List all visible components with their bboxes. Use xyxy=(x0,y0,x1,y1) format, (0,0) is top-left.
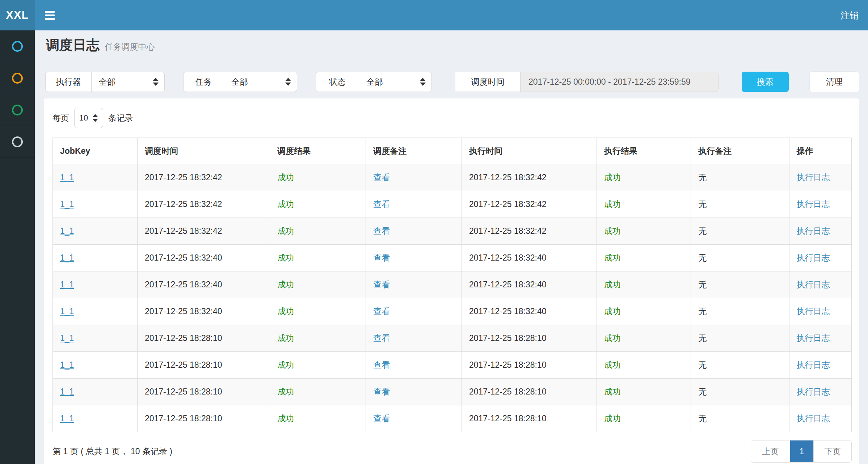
jobkey-link[interactable]: 1_1 xyxy=(60,414,74,423)
exec-result-cell-td: 成功 xyxy=(597,271,691,298)
page-subtitle: 任务调度中心 xyxy=(105,42,155,51)
executor-select[interactable]: 全部 xyxy=(91,72,165,92)
dispatch-time-cell: 2017-12-25 18:28:10 xyxy=(145,360,222,370)
jobkey-link-td: 1_1 xyxy=(53,164,138,191)
job-filter-group: 任务 全部 xyxy=(183,72,297,92)
dispatch-result-cell: 成功 xyxy=(277,360,294,370)
jobkey-link[interactable]: 1_1 xyxy=(60,253,74,262)
exec-remark-cell: 无 xyxy=(698,253,707,262)
exec-result-cell: 成功 xyxy=(604,360,621,370)
dispatch-result-cell: 成功 xyxy=(277,173,294,182)
jobkey-link[interactable]: 1_1 xyxy=(60,333,74,343)
dispatch-time-cell-td: 2017-12-25 18:28:10 xyxy=(137,379,270,405)
table-row: 1_12017-12-25 18:32:42成功查看2017-12-25 18:… xyxy=(53,218,852,245)
dispatch-time-cell: 2017-12-25 18:28:10 xyxy=(145,414,222,423)
exec-log-link[interactable]: 执行日志 xyxy=(797,414,830,423)
exec-log-link[interactable]: 执行日志 xyxy=(797,199,830,209)
dispatch-time-cell-td: 2017-12-25 18:28:10 xyxy=(137,325,270,352)
executor-filter-label: 执行器 xyxy=(45,72,91,92)
dispatch-time-cell-td: 2017-12-25 18:32:42 xyxy=(137,218,270,245)
dispatch-time-cell: 2017-12-25 18:32:42 xyxy=(145,173,222,182)
view-remark-link[interactable]: 查看 xyxy=(373,414,390,423)
next-page-button[interactable]: 下页 xyxy=(813,440,851,462)
jobkey-link[interactable]: 1_1 xyxy=(60,280,74,289)
jobkey-link[interactable]: 1_1 xyxy=(60,360,74,370)
exec-remark-cell-td: 无 xyxy=(691,245,789,271)
status-filter-group: 状态 全部 xyxy=(316,72,432,92)
view-remark-link-td: 查看 xyxy=(366,379,462,405)
view-remark-link[interactable]: 查看 xyxy=(373,199,390,209)
dispatch-time-cell: 2017-12-25 18:32:42 xyxy=(145,199,222,209)
dispatch-result-cell-td: 成功 xyxy=(270,405,366,432)
sidebar-menu-item-4[interactable] xyxy=(0,126,35,158)
clear-button[interactable]: 清理 xyxy=(810,72,859,92)
brand-logo[interactable]: XXL xyxy=(0,0,35,30)
current-page-button[interactable]: 1 xyxy=(790,440,813,462)
dispatch-time-cell-td: 2017-12-25 18:32:42 xyxy=(137,191,270,218)
sidebar-menu-item-2[interactable] xyxy=(0,62,35,94)
exec-log-link[interactable]: 执行日志 xyxy=(797,226,830,236)
exec-result-cell: 成功 xyxy=(604,226,621,236)
dispatch-result-cell: 成功 xyxy=(277,199,294,209)
sidebar-toggle-button[interactable] xyxy=(45,11,55,20)
exec-log-link[interactable]: 执行日志 xyxy=(797,333,830,343)
exec-time-cell-td: 2017-12-25 18:28:10 xyxy=(462,325,597,352)
logout-link[interactable]: 注销 xyxy=(840,9,859,21)
jobkey-link-td: 1_1 xyxy=(53,325,138,352)
exec-time-cell-td: 2017-12-25 18:28:10 xyxy=(462,352,597,379)
jobkey-link[interactable]: 1_1 xyxy=(60,307,74,316)
exec-time-cell-td: 2017-12-25 18:32:40 xyxy=(462,245,597,271)
job-filter-label: 任务 xyxy=(183,72,224,92)
jobkey-link-td: 1_1 xyxy=(53,352,138,379)
dispatch-time-cell-td: 2017-12-25 18:32:40 xyxy=(137,298,270,325)
jobkey-link[interactable]: 1_1 xyxy=(60,226,74,236)
table-row: 1_12017-12-25 18:32:40成功查看2017-12-25 18:… xyxy=(53,271,852,298)
column-header: JobKey xyxy=(53,138,138,164)
jobkey-link[interactable]: 1_1 xyxy=(60,173,74,182)
view-remark-link[interactable]: 查看 xyxy=(373,226,390,236)
exec-log-link[interactable]: 执行日志 xyxy=(797,387,830,396)
exec-log-link[interactable]: 执行日志 xyxy=(797,173,830,182)
exec-result-cell: 成功 xyxy=(604,333,621,343)
dispatch-result-cell-td: 成功 xyxy=(270,325,366,352)
view-remark-link[interactable]: 查看 xyxy=(373,360,390,370)
jobkey-link-td: 1_1 xyxy=(53,191,138,218)
dispatch-result-cell-td: 成功 xyxy=(270,271,366,298)
exec-log-link[interactable]: 执行日志 xyxy=(797,360,830,370)
dispatch-time-cell-td: 2017-12-25 18:32:40 xyxy=(137,271,270,298)
view-remark-link[interactable]: 查看 xyxy=(373,173,390,182)
view-remark-link-td: 查看 xyxy=(366,325,462,352)
page-size-control: 每页 10 条记录 xyxy=(52,108,852,128)
dispatch-time-range-input[interactable]: 2017-12-25 00:00:00 - 2017-12-25 23:59:5… xyxy=(520,72,719,92)
jobkey-link[interactable]: 1_1 xyxy=(60,387,74,396)
view-remark-link[interactable]: 查看 xyxy=(373,253,390,262)
view-remark-link[interactable]: 查看 xyxy=(373,333,390,343)
prev-page-button[interactable]: 上页 xyxy=(751,440,790,462)
jobkey-link[interactable]: 1_1 xyxy=(60,199,74,209)
exec-time-cell: 2017-12-25 18:32:40 xyxy=(469,253,547,262)
table-row: 1_12017-12-25 18:32:42成功查看2017-12-25 18:… xyxy=(53,164,852,191)
exec-time-cell-td: 2017-12-25 18:32:42 xyxy=(462,164,597,191)
exec-remark-cell: 无 xyxy=(698,226,707,236)
search-button[interactable]: 搜索 xyxy=(742,72,789,92)
job-select[interactable]: 全部 xyxy=(224,72,297,92)
view-remark-link[interactable]: 查看 xyxy=(373,387,390,396)
exec-log-link[interactable]: 执行日志 xyxy=(797,307,830,316)
view-remark-link[interactable]: 查看 xyxy=(373,280,390,289)
sidebar-menu-item-3[interactable] xyxy=(0,94,35,126)
page-summary: 第 1 页 ( 总共 1 页， 10 条记录 ) xyxy=(52,446,172,457)
view-remark-link-td: 查看 xyxy=(366,298,462,325)
page-size-select[interactable]: 10 xyxy=(74,108,103,128)
exec-result-cell: 成功 xyxy=(604,173,621,182)
exec-remark-cell-td: 无 xyxy=(691,218,789,245)
page-size-prefix-label: 每页 xyxy=(52,113,69,124)
status-select[interactable]: 全部 xyxy=(359,72,432,92)
sidebar-menu-item-1[interactable] xyxy=(0,30,35,62)
view-remark-link[interactable]: 查看 xyxy=(373,307,390,316)
main-content: 调度日志 任务调度中心 执行器 全部 任务 全部 状态 xyxy=(35,30,868,464)
exec-remark-cell-td: 无 xyxy=(691,379,789,405)
exec-log-link[interactable]: 执行日志 xyxy=(797,280,830,289)
exec-log-link-td: 执行日志 xyxy=(789,298,851,325)
exec-log-link[interactable]: 执行日志 xyxy=(797,253,830,262)
exec-remark-cell-td: 无 xyxy=(691,164,789,191)
